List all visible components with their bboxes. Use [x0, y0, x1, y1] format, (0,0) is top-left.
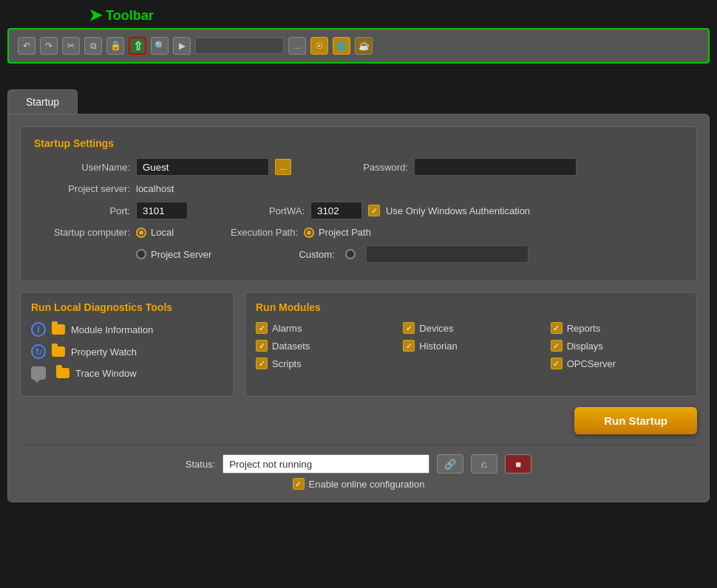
toolbar-box: ↶ ↷ ✂ ⧉ 🔒 ⇧ 🔍 ▶ ... ☉ 🌐 ☕: [7, 28, 710, 64]
module-info-label: Module Information: [71, 324, 153, 335]
scripts-label: Scripts: [272, 358, 302, 369]
toolbar-search-input[interactable]: [195, 38, 284, 54]
diagnostics-panel: Run Local Diagnostics Tools i Module Inf…: [20, 292, 234, 397]
project-server-radio-group[interactable]: Project Server: [136, 249, 211, 260]
toolbar-redo-btn[interactable]: ↷: [40, 37, 58, 55]
local-radio-group[interactable]: Local: [136, 227, 174, 238]
module-opcserver[interactable]: ✓ OPCServer: [551, 358, 686, 369]
trace-icon: [31, 366, 46, 380]
bottom-panels: Run Local Diagnostics Tools i Module Inf…: [20, 292, 697, 397]
username-label: UserName:: [34, 162, 130, 173]
property-watch-item[interactable]: ↻ Property Watch: [31, 344, 223, 359]
property-watch-icon: ↻: [31, 344, 46, 359]
windows-auth-checkbox[interactable]: ✓: [368, 205, 380, 216]
startup-computer-row: Startup computer: Local Execution Path: …: [34, 227, 683, 238]
project-path-label: Project Path: [319, 227, 371, 238]
reports-checkbox[interactable]: ✓: [551, 322, 563, 334]
module-historian[interactable]: ✓ Historian: [403, 340, 538, 352]
toolbar-annotation-label: ➤ Toolbar: [89, 6, 154, 25]
startup-settings-panel: Startup Settings UserName: ... Password:…: [20, 126, 697, 281]
status-btn-2[interactable]: ⎌: [471, 454, 497, 474]
toolbar-section: ➤ Toolbar ↶ ↷ ✂ ⧉ 🔒 ⇧ 🔍 ▶ ... ☉ 🌐 ☕: [0, 0, 717, 67]
run-startup-row: Run Startup: [20, 407, 697, 434]
status-btn-1[interactable]: 🔗: [437, 454, 463, 474]
toolbar-filter-btn[interactable]: ▶: [173, 37, 191, 55]
project-server-radio[interactable]: [136, 249, 146, 259]
opcserver-checkbox[interactable]: ✓: [551, 358, 563, 369]
username-input[interactable]: [136, 158, 269, 176]
displays-label: Displays: [567, 341, 603, 352]
startup-settings-title: Startup Settings: [34, 137, 683, 149]
status-bar: Status: 🔗 ⎌ ■ ✓ Enable online configurat…: [20, 445, 697, 490]
module-scripts[interactable]: ✓ Scripts: [256, 358, 391, 369]
local-label: Local: [151, 227, 174, 238]
local-radio[interactable]: [136, 228, 146, 238]
project-path-radio-group[interactable]: Project Path: [304, 227, 371, 238]
username-ellipsis-btn[interactable]: ...: [275, 159, 291, 175]
modules-panel: Run Modules ✓ Alarms ✓ Devices ✓ Reports: [245, 292, 697, 397]
toolbar-shield-btn[interactable]: ☉: [310, 37, 328, 55]
toolbar-annotation-text: Toolbar: [106, 8, 154, 24]
displays-checkbox[interactable]: ✓: [551, 340, 563, 352]
alarms-checkbox[interactable]: ✓: [256, 322, 268, 334]
custom-radio[interactable]: [345, 249, 356, 259]
module-reports[interactable]: ✓ Reports: [551, 322, 686, 334]
alarms-label: Alarms: [272, 323, 302, 334]
historian-checkbox[interactable]: ✓: [403, 340, 415, 352]
tab-startup[interactable]: Startup: [7, 89, 78, 114]
enable-config-label: Enable online configuration: [309, 479, 425, 490]
property-watch-folder-icon: [52, 346, 65, 357]
run-startup-btn[interactable]: Run Startup: [574, 407, 697, 434]
module-alarms[interactable]: ✓ Alarms: [256, 322, 391, 334]
modules-title: Run Modules: [256, 301, 686, 313]
toolbar-extra-btn[interactable]: ☕: [355, 37, 373, 55]
project-path-radio[interactable]: [304, 228, 314, 238]
username-row: UserName: ... Password:: [34, 158, 683, 176]
diagnostics-title: Run Local Diagnostics Tools: [31, 301, 223, 313]
project-server-radio-label: Project Server: [151, 249, 211, 260]
status-btn-3[interactable]: ■: [505, 454, 531, 474]
custom-input[interactable]: [366, 245, 529, 263]
datasets-checkbox[interactable]: ✓: [256, 340, 268, 352]
port-input[interactable]: [136, 202, 188, 219]
toolbar-undo-btn[interactable]: ↶: [18, 37, 35, 55]
project-server-row: Project server: localhost: [34, 183, 683, 194]
toolbar-more-btn[interactable]: ...: [288, 37, 306, 55]
toolbar-copy-btn[interactable]: ⧉: [84, 37, 102, 55]
project-server-label: Project server:: [34, 183, 130, 194]
enable-config-row: ✓ Enable online configuration: [293, 478, 425, 490]
reports-label: Reports: [567, 323, 601, 334]
trace-window-item[interactable]: Trace Window: [31, 366, 223, 380]
project-server-radio-row: Project Server Custom:: [136, 245, 683, 263]
toolbar-import-csv-btn[interactable]: ⇧: [129, 37, 146, 55]
module-devices[interactable]: ✓ Devices: [403, 322, 538, 334]
import-csv-annotation-area: ➤ Import CSV: [0, 67, 717, 89]
port-label: Port:: [34, 205, 130, 216]
toolbar-cut-btn[interactable]: ✂: [62, 37, 80, 55]
status-row: Status: 🔗 ⎌ ■: [186, 454, 531, 474]
toolbar-arrow-icon: ➤: [89, 6, 102, 25]
enable-config-checkbox[interactable]: ✓: [293, 478, 305, 490]
port-row: Port: PortWA: ✓ Use Only Windows Authent…: [34, 202, 683, 219]
module-displays[interactable]: ✓ Displays: [551, 340, 686, 352]
devices-checkbox[interactable]: ✓: [403, 322, 415, 334]
toolbar-lock-btn[interactable]: 🔒: [106, 37, 124, 55]
project-server-value: localhost: [136, 183, 174, 194]
module-info-item[interactable]: i Module Information: [31, 322, 223, 337]
toolbar-search-btn[interactable]: 🔍: [151, 37, 169, 55]
opcserver-label: OPCServer: [567, 358, 616, 369]
trace-window-label: Trace Window: [75, 368, 137, 379]
password-input[interactable]: [414, 158, 577, 176]
datasets-label: Datasets: [272, 341, 310, 352]
portwa-input[interactable]: [310, 202, 362, 219]
toolbar-network-btn[interactable]: 🌐: [333, 37, 350, 55]
module-empty: [403, 358, 538, 369]
scripts-checkbox[interactable]: ✓: [256, 358, 268, 369]
windows-auth-label: Use Only Windows Authentication: [386, 205, 530, 216]
custom-label: Custom:: [299, 249, 334, 260]
main-area: Startup Startup Settings UserName: ... P…: [7, 89, 710, 502]
trace-folder-icon: [56, 368, 69, 378]
module-datasets[interactable]: ✓ Datasets: [256, 340, 391, 352]
portwa-label: PortWA:: [208, 205, 305, 216]
content-area: Startup Settings UserName: ... Password:…: [7, 114, 710, 502]
